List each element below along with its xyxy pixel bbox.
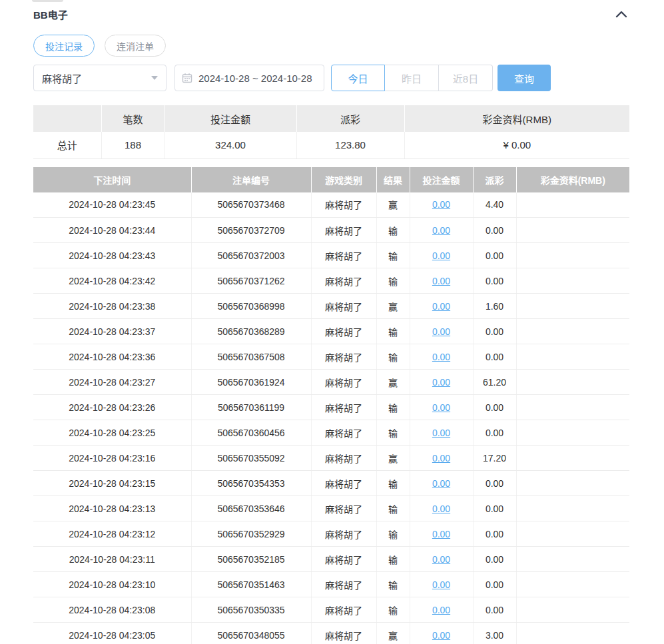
cell-bet-time: 2024-10-28 04:23:11 xyxy=(33,547,191,572)
cell-order-id: 5065670368289 xyxy=(191,319,311,344)
cell-game-type: 麻将胡了 xyxy=(311,623,376,644)
bet-amount-link[interactable]: 0.00 xyxy=(432,301,450,312)
cell-bonus xyxy=(516,319,629,344)
cell-game-type: 麻将胡了 xyxy=(311,521,376,547)
cell-payout: 0.00 xyxy=(473,496,516,521)
cell-payout: 0.00 xyxy=(473,471,516,496)
cell-order-id: 5065670351463 xyxy=(191,572,311,597)
bet-amount-link[interactable]: 0.00 xyxy=(432,529,450,539)
cell-result: 输 xyxy=(376,572,410,597)
cell-bonus xyxy=(516,370,629,395)
cell-game-type: 麻将胡了 xyxy=(311,395,376,420)
table-row: 2024-10-28 04:23:05 5065670348055 麻将胡了 赢… xyxy=(33,623,629,644)
bet-amount-link[interactable]: 0.00 xyxy=(432,605,450,615)
cell-payout: 0.00 xyxy=(473,344,516,370)
cell-order-id: 5065670372709 xyxy=(191,218,311,243)
cell-bet-amount: 0.00 xyxy=(410,218,473,243)
cell-order-id: 5065670348055 xyxy=(191,623,311,644)
bet-amount-link[interactable]: 0.00 xyxy=(432,428,450,438)
cell-result: 输 xyxy=(376,243,410,268)
cell-bonus xyxy=(516,395,629,420)
bet-amount-link[interactable]: 0.00 xyxy=(432,453,450,464)
cell-payout: 0.00 xyxy=(473,268,516,294)
cell-result: 赢 xyxy=(376,192,410,218)
calendar-icon xyxy=(182,73,192,83)
quick-range-yesterday[interactable]: 昨日 xyxy=(385,65,439,91)
cell-payout: 0.00 xyxy=(473,395,516,420)
bet-amount-link[interactable]: 0.00 xyxy=(432,326,450,337)
cell-result: 输 xyxy=(376,218,410,243)
table-row: 2024-10-28 04:23:38 5065670368998 麻将胡了 赢… xyxy=(33,294,629,319)
col-header-payout: 派彩 xyxy=(473,167,516,192)
filter-bar: 麻将胡了 2024-10-28 ~ 2024-10-28 今日 昨日 近8日 查… xyxy=(33,65,629,91)
bet-amount-link[interactable]: 0.00 xyxy=(432,352,450,362)
cell-bet-amount: 0.00 xyxy=(410,572,473,597)
search-button[interactable]: 查询 xyxy=(498,65,551,91)
bet-amount-link[interactable]: 0.00 xyxy=(432,377,450,388)
bet-amount-link[interactable]: 0.00 xyxy=(432,276,450,286)
tab-bet-records[interactable]: 投注记录 xyxy=(33,35,95,57)
summary-header-count: 笔数 xyxy=(101,105,165,132)
cell-game-type: 麻将胡了 xyxy=(311,294,376,319)
cell-order-id: 5065670360456 xyxy=(191,420,311,446)
date-range-input[interactable]: 2024-10-28 ~ 2024-10-28 xyxy=(174,65,324,91)
cell-bet-amount: 0.00 xyxy=(410,471,473,496)
cell-bonus xyxy=(516,218,629,243)
cell-game-type: 麻将胡了 xyxy=(311,547,376,572)
tab-cancelled-orders[interactable]: 连消注单 xyxy=(105,35,166,57)
table-row: 2024-10-28 04:23:43 5065670372003 麻将胡了 输… xyxy=(33,243,629,268)
cell-result: 输 xyxy=(376,319,410,344)
records-table: 下注时间 注单编号 游戏类别 结果 投注金额 派彩 彩金资料(RMB) 2024… xyxy=(33,167,629,644)
bet-amount-link[interactable]: 0.00 xyxy=(432,579,450,590)
date-range-value: 2024-10-28 ~ 2024-10-28 xyxy=(198,73,312,84)
summary-header-row: 笔数 投注金额 派彩 彩金资料(RMB) xyxy=(33,105,629,132)
quick-range-today[interactable]: 今日 xyxy=(331,65,385,91)
summary-total-label: 总计 xyxy=(33,132,101,159)
bet-amount-link[interactable]: 0.00 xyxy=(432,554,450,565)
cell-order-id: 5065670350335 xyxy=(191,597,311,623)
cell-result: 赢 xyxy=(376,446,410,471)
cell-bet-amount: 0.00 xyxy=(410,243,473,268)
cell-bet-time: 2024-10-28 04:23:15 xyxy=(33,471,191,496)
game-select[interactable]: 麻将胡了 xyxy=(33,65,166,91)
cell-game-type: 麻将胡了 xyxy=(311,319,376,344)
cell-payout: 0.00 xyxy=(473,420,516,446)
cell-result: 赢 xyxy=(376,370,410,395)
bet-amount-link[interactable]: 0.00 xyxy=(432,225,450,236)
cell-bet-amount: 0.00 xyxy=(410,597,473,623)
summary-total-bet-amount: 324.00 xyxy=(165,132,296,159)
table-row: 2024-10-28 04:23:10 5065670351463 麻将胡了 输… xyxy=(33,572,629,597)
bet-amount-link[interactable]: 0.00 xyxy=(432,402,450,413)
cell-bonus xyxy=(516,243,629,268)
cell-bonus xyxy=(516,597,629,623)
page-title: BB电子 xyxy=(33,7,68,21)
clipped-element-fragment xyxy=(32,0,63,2)
cell-bet-time: 2024-10-28 04:23:27 xyxy=(33,370,191,395)
quick-range-group: 今日 昨日 近8日 xyxy=(331,65,493,91)
cell-bet-amount: 0.00 xyxy=(410,319,473,344)
cell-order-id: 5065670355092 xyxy=(191,446,311,471)
bet-amount-link[interactable]: 0.00 xyxy=(432,630,450,641)
bet-amount-link[interactable]: 0.00 xyxy=(432,503,450,514)
table-row: 2024-10-28 04:23:45 5065670373468 麻将胡了 赢… xyxy=(33,192,629,218)
cell-bet-time: 2024-10-28 04:23:38 xyxy=(33,294,191,319)
cell-bet-amount: 0.00 xyxy=(410,623,473,644)
cell-bet-time: 2024-10-28 04:23:42 xyxy=(33,268,191,294)
cell-payout: 17.20 xyxy=(473,446,516,471)
cell-payout: 0.00 xyxy=(473,547,516,572)
bet-amount-link[interactable]: 0.00 xyxy=(432,250,450,261)
col-header-bet-amount: 投注金额 xyxy=(410,167,473,192)
cell-payout: 0.00 xyxy=(473,218,516,243)
cell-bet-amount: 0.00 xyxy=(410,268,473,294)
cell-game-type: 麻将胡了 xyxy=(311,572,376,597)
chevron-down-icon xyxy=(151,76,158,80)
quick-range-last8days[interactable]: 近8日 xyxy=(439,65,493,91)
cell-bet-time: 2024-10-28 04:23:26 xyxy=(33,395,191,420)
cell-bet-time: 2024-10-28 04:23:36 xyxy=(33,344,191,370)
collapse-button[interactable] xyxy=(613,8,629,20)
cell-bet-time: 2024-10-28 04:23:05 xyxy=(33,623,191,644)
cell-result: 输 xyxy=(376,521,410,547)
panel-header: BB电子 xyxy=(33,0,629,21)
bet-amount-link[interactable]: 0.00 xyxy=(432,478,450,489)
bet-amount-link[interactable]: 0.00 xyxy=(432,199,450,210)
